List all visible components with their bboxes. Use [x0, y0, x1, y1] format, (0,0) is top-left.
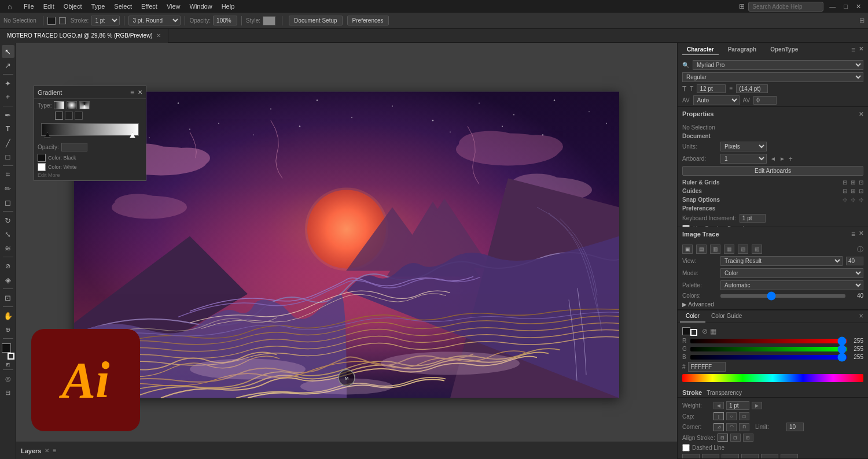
fill-swatch[interactable]	[47, 17, 56, 25]
leading-input[interactable]	[736, 84, 768, 93]
rect-tool[interactable]: □	[2, 150, 14, 163]
eraser-tool[interactable]: ◻	[2, 196, 14, 209]
hand-tool[interactable]: ✋	[2, 309, 14, 322]
gradient-white-swatch[interactable]	[38, 163, 46, 171]
hex-input[interactable]	[688, 362, 726, 372]
gradient-linear-icon[interactable]	[54, 101, 64, 109]
search-input[interactable]	[748, 2, 823, 12]
b-slider[interactable]	[690, 355, 847, 360]
color-tab-guide[interactable]: Color Guide	[705, 310, 748, 323]
trace-colors-slider[interactable]	[720, 294, 845, 298]
tracking-input[interactable]	[753, 96, 777, 105]
menu-window[interactable]: Window	[186, 2, 216, 11]
character-panel-header[interactable]: Character Paragraph OpenType ≡ ✕	[678, 43, 868, 57]
color-spectrum[interactable]	[682, 374, 863, 382]
corner-bevel-btn[interactable]: ⊓	[739, 423, 749, 431]
align-inside-btn[interactable]: ⊡	[730, 434, 741, 442]
trace-mode-select[interactable]: Color	[720, 268, 863, 278]
opacity-input[interactable]	[213, 16, 237, 25]
menu-object[interactable]: Object	[60, 2, 86, 11]
dash-input-2[interactable]	[722, 454, 739, 459]
grid-icon[interactable]: ⊞	[851, 179, 855, 186]
trace-view-value-input[interactable]	[846, 257, 863, 265]
transparency-tab[interactable]: Transparency	[707, 390, 742, 396]
scale-tool[interactable]: ⤡	[2, 228, 14, 240]
fill-color-box[interactable]	[2, 343, 11, 353]
gradient-stroke-icon-1[interactable]	[55, 112, 63, 120]
lasso-tool[interactable]: ⌖	[2, 91, 14, 103]
guide-icon-1[interactable]: ⊟	[843, 188, 847, 194]
gradient-apply-icon[interactable]: ▦	[710, 327, 716, 335]
gradient-stroke-icon-3[interactable]	[75, 112, 83, 120]
eyedropper-tool[interactable]: ⊘	[2, 260, 14, 272]
brush-type-select[interactable]: 3 pt. Round	[128, 16, 181, 25]
snap-icon-2[interactable]: ⊹	[851, 197, 855, 203]
trace-icon-4[interactable]: ▦	[724, 245, 734, 254]
stroke-color-swatch[interactable]	[690, 329, 697, 336]
trace-close-btn[interactable]: ✕	[859, 230, 863, 238]
trace-icon-3[interactable]: ▥	[710, 245, 720, 254]
layers-menu-btn[interactable]: ≡	[53, 447, 56, 454]
guides-icon[interactable]: ⊡	[859, 179, 863, 186]
document-setup-btn[interactable]: Document Setup	[289, 16, 343, 25]
font-family-select[interactable]: Myriad Pro	[693, 60, 863, 70]
gradient-radial-icon[interactable]	[67, 101, 77, 109]
units-select[interactable]: Pixels	[720, 142, 767, 151]
menu-type[interactable]: Type	[87, 2, 109, 11]
paintbrush-tool[interactable]: ⌗	[2, 168, 14, 181]
stroke-swatch[interactable]	[59, 17, 66, 24]
gradient-menu-btn[interactable]: ≡	[130, 88, 134, 97]
color-tab-color[interactable]: Color	[680, 310, 705, 323]
properties-panel-header[interactable]: Properties ✕	[678, 107, 868, 121]
layers-close-btn[interactable]: ✕	[45, 447, 49, 454]
menu-effect[interactable]: Effect	[137, 2, 161, 11]
fill-color-swatch[interactable]	[682, 327, 690, 335]
gradient-stop-right[interactable]	[130, 132, 135, 138]
magic-wand-tool[interactable]: ✦	[2, 77, 14, 90]
artboard-next-btn[interactable]: ►	[779, 156, 785, 162]
gradient-opacity-input[interactable]	[61, 143, 87, 151]
color-panel-close[interactable]: ✕	[856, 310, 866, 323]
g-slider[interactable]	[690, 347, 847, 351]
corner-miter-btn[interactable]: ⊿	[713, 423, 724, 431]
gradient-black-swatch[interactable]	[38, 154, 46, 162]
cap-butt-btn[interactable]: |	[713, 412, 724, 420]
trace-view-select[interactable]: Tracing Result	[720, 256, 843, 266]
trace-icon-2[interactable]: ▤	[696, 245, 707, 254]
kerning-select[interactable]: Auto	[693, 95, 740, 105]
screen-mode-icon[interactable]: ⊟	[2, 386, 14, 399]
gradient-stop-left[interactable]	[45, 132, 50, 138]
artboard-select[interactable]: 1	[720, 154, 767, 164]
close-btn[interactable]: ✕	[854, 3, 863, 10]
menu-edit[interactable]: Edit	[39, 2, 58, 11]
draw-mode-icon[interactable]: ◎	[2, 372, 14, 385]
guide-icon-3[interactable]: ⊡	[859, 188, 863, 194]
menu-select[interactable]: Select	[110, 2, 136, 11]
gap-input-2[interactable]	[741, 454, 759, 459]
line-tool[interactable]: ╱	[2, 136, 14, 149]
gradient-stroke-icon-2[interactable]	[65, 112, 73, 120]
gradient-bar[interactable]	[41, 123, 139, 136]
keyboard-increment-input[interactable]	[740, 214, 766, 223]
trace-menu-btn[interactable]: ≡	[851, 230, 855, 238]
stroke-weight-select[interactable]: 1 pt	[91, 16, 120, 25]
dash-input-1[interactable]	[682, 454, 700, 459]
menu-view[interactable]: View	[163, 2, 185, 11]
edit-artboards-btn[interactable]: Edit Artboards	[682, 166, 863, 176]
weight-incr-btn[interactable]: ►	[752, 402, 762, 409]
properties-close-btn[interactable]: ✕	[859, 111, 863, 117]
char-close-btn[interactable]: ✕	[859, 46, 863, 54]
trace-palette-select[interactable]: Automatic	[720, 280, 863, 290]
limit-input[interactable]	[786, 423, 804, 431]
gap-input-3[interactable]	[781, 454, 798, 459]
direct-select-tool[interactable]: ↗	[2, 59, 14, 72]
trace-advanced-row[interactable]: ▶ Advanced	[682, 301, 863, 308]
font-style-select[interactable]: Regular	[682, 72, 863, 82]
home-icon[interactable]: ⌂	[5, 1, 15, 12]
toolbar-expand-btn[interactable]: ⊞	[859, 17, 865, 24]
align-center-btn[interactable]: ⊟	[718, 434, 728, 442]
trace-icon-6[interactable]: ▨	[752, 245, 762, 254]
snap-icon-1[interactable]: ⊹	[843, 197, 847, 203]
gradient-close-btn[interactable]: ✕	[138, 89, 142, 95]
char-menu-btn[interactable]: ≡	[851, 46, 855, 54]
